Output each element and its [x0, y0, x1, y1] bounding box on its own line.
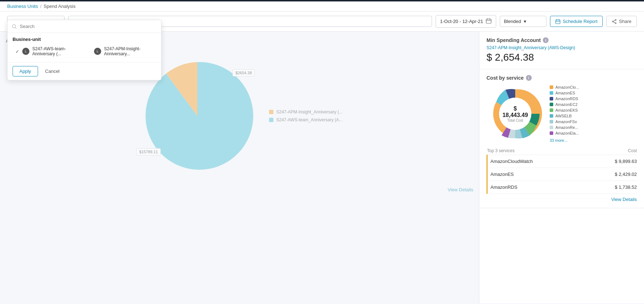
svc-label-3: AmazonRDS — [555, 97, 578, 101]
share-button[interactable]: Share — [606, 16, 637, 27]
top3-header-cost: Cost — [588, 147, 637, 155]
dropdown-items-list: ✓ L S247-AWS-team-Anniversary (... ✓ L S… — [8, 44, 161, 62]
breadcrumb-current: Spend Analysis — [44, 4, 76, 9]
svc-legend-1: AmazonClo... — [550, 85, 637, 89]
blended-label: Blended — [504, 19, 521, 24]
cost-by-service-title-text: Cost by service — [486, 75, 524, 81]
min-spending-title: Min Spending Account i — [486, 37, 637, 43]
dropdown-search-input[interactable] — [20, 24, 157, 29]
svc-legend-3: AmazonRDS — [550, 97, 637, 101]
breadcrumb-parent-link[interactable]: Business Units — [7, 4, 38, 9]
chart-legend: S247-APM-Insight_Anniversary (... S247-A… — [269, 109, 343, 122]
legend-dot-2 — [269, 118, 273, 122]
svc-label-7: AmazonFSx — [555, 120, 577, 124]
svg-line-11 — [614, 20, 616, 21]
min-spending-account-name: S247-APM-Insight_Anniversary (AWS-Design… — [486, 45, 637, 50]
share-icon — [612, 19, 617, 24]
svc-name-3: AmazonRDS — [487, 181, 588, 194]
table-row: AmazonRDS $ 1,738.52 — [487, 181, 637, 194]
schedule-report-button[interactable]: Schedule Report — [550, 16, 603, 27]
pie-label-blue: $15789.11 — [136, 148, 161, 155]
svc-cost-3: $ 1,738.52 — [588, 181, 637, 194]
svg-point-14 — [13, 24, 16, 28]
svc-label-1: AmazonClo... — [555, 85, 579, 89]
svc-dot-8 — [550, 126, 553, 129]
svc-legend-7: AmazonFSx — [550, 120, 637, 124]
unit-badge-2: L — [94, 48, 101, 55]
svc-legend-2: AmazonES — [550, 91, 637, 95]
service-chart-area: $ 18,443.49 Total Cost AmazonClo... Amaz… — [486, 85, 637, 142]
svg-rect-4 — [556, 20, 560, 24]
dropdown-item-label-2: S247-APM-Insight-Anniversary... — [104, 46, 153, 56]
svc-dot-4 — [550, 103, 553, 106]
min-spending-amount: $ 2,654.38 — [486, 52, 637, 63]
svc-legend-6: AWSELB — [550, 114, 637, 118]
svc-cost-2: $ 2,429.02 — [588, 168, 637, 181]
min-spending-card: Min Spending Account i S247-APM-Insight_… — [479, 32, 644, 69]
svc-label-5: AmazonEKS — [555, 108, 578, 112]
table-row: AmazonCloudWatch $ 9,899.63 — [487, 155, 637, 168]
legend-label-2: S247-AWS-team_Anniversary (A... — [276, 117, 343, 122]
top3-services-table: Top 3 services Cost AmazonCloudWatch $ 9… — [486, 147, 637, 194]
apply-button[interactable]: Apply — [13, 66, 38, 76]
svc-legend-5: AmazonEKS — [550, 108, 637, 112]
svg-line-15 — [15, 27, 17, 29]
svc-dot-1 — [550, 85, 553, 89]
date-range-label: 1-Oct-20 - 12-Apr-21 — [440, 19, 483, 24]
schedule-icon — [555, 19, 560, 24]
donut-label: Total Cost — [501, 118, 530, 122]
breadcrumb: Business Units / Spend Analysis — [0, 1, 644, 11]
chevron-down-icon: ▾ — [524, 19, 526, 24]
svc-legend-9: AmazonEla... — [550, 131, 637, 135]
svg-line-12 — [614, 22, 616, 23]
svc-dot-5 — [550, 108, 553, 112]
dropdown-actions: Apply Cancel — [8, 62, 161, 80]
dropdown-search-area — [8, 20, 161, 33]
check-mark-icon: ✓ — [15, 49, 19, 54]
svc-dot-6 — [550, 114, 553, 118]
donut-center: $ 18,443.49 Total Cost — [501, 106, 530, 122]
legend-item-2: S247-AWS-team_Anniversary (A... — [269, 117, 343, 122]
svc-cost-1: $ 9,899.63 — [588, 155, 637, 168]
view-details-link-left[interactable]: View Details — [6, 187, 473, 192]
share-label: Share — [619, 19, 631, 24]
cost-by-service-card: Cost by service i — [479, 69, 644, 208]
blended-dropdown[interactable]: Blended ▾ — [500, 16, 546, 27]
right-panel: Min Spending Account i S247-APM-Insight_… — [479, 32, 644, 303]
schedule-report-label: Schedule Report — [563, 19, 597, 24]
donut-chart: $ 18,443.49 Total Cost — [486, 85, 544, 142]
more-services-link[interactable]: 33 more... — [550, 138, 637, 142]
svc-label-8: AmazonRe... — [555, 125, 578, 130]
calendar-icon — [486, 18, 492, 25]
table-row: AmazonES $ 2,429.02 — [487, 168, 637, 181]
svg-rect-0 — [486, 19, 491, 23]
svc-label-9: AmazonEla... — [555, 131, 579, 135]
svc-legend-8: AmazonRe... — [550, 125, 637, 130]
min-spending-info-icon[interactable]: i — [543, 37, 549, 43]
svc-label-6: AWSELB — [555, 114, 572, 118]
top3-header-service: Top 3 services — [487, 147, 588, 155]
view-details-link-right[interactable]: View Details — [486, 197, 637, 202]
date-range-button[interactable]: 1-Oct-20 - 12-Apr-21 — [436, 15, 497, 28]
legend-item-1: S247-APM-Insight_Anniversary (... — [269, 109, 343, 114]
svc-name-1: AmazonCloudWatch — [487, 155, 588, 168]
dropdown-item-1[interactable]: ✓ L S247-AWS-team-Anniversary (... — [13, 44, 84, 59]
dropdown-item-2[interactable]: ✓ L S247-APM-Insight-Anniversary... — [84, 44, 156, 59]
cancel-button[interactable]: Cancel — [42, 66, 63, 76]
donut-amount: $ 18,443.49 — [501, 106, 530, 118]
svc-dot-9 — [550, 131, 553, 135]
legend-label-1: S247-APM-Insight_Anniversary (... — [276, 109, 343, 114]
service-legend: AmazonClo... AmazonES AmazonRDS AmazonEC… — [550, 85, 637, 142]
svc-dot-3 — [550, 97, 553, 100]
breadcrumb-separator: / — [40, 4, 42, 9]
cost-by-service-info-icon[interactable]: i — [526, 75, 532, 81]
svc-name-2: AmazonES — [487, 168, 588, 181]
dropdown-section-title: Busines-unit — [8, 33, 161, 44]
svg-point-10 — [612, 21, 614, 22]
pie-label-orange: $2654.38 — [232, 69, 255, 76]
legend-dot-1 — [269, 110, 273, 114]
svc-legend-4: AmazonEC2 — [550, 102, 637, 107]
search-icon — [12, 24, 17, 29]
min-spending-title-text: Min Spending Account — [486, 37, 541, 43]
svc-label-2: AmazonES — [555, 91, 575, 95]
